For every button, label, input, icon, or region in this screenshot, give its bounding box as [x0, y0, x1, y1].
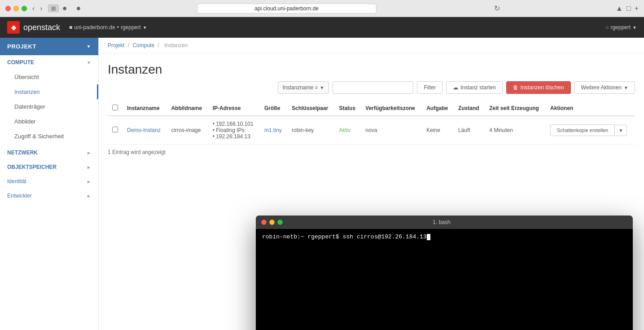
- sidebar-item-ubersicht[interactable]: Übersicht: [0, 70, 98, 84]
- action-button[interactable]: Schattenkopie erstellen: [550, 124, 615, 136]
- filter-input[interactable]: [333, 81, 413, 94]
- topbar: ◆ openstack ■ uni-paderborn.de • rgepper…: [0, 17, 644, 38]
- terminal-titlebar: 1. bash: [256, 216, 633, 229]
- cloud-icon: ☁: [453, 84, 458, 91]
- zugriff-label: Zugriff & Sicherheit: [14, 133, 64, 140]
- sidebar-objektspeicher-header[interactable]: OBJEKTSPEICHER ►: [0, 160, 98, 174]
- ip-floating: 192.26.184.13: [213, 133, 255, 140]
- project-username: rgeppert: [121, 24, 141, 31]
- sidebar-item-instanzen[interactable]: Instanzen: [0, 84, 98, 99]
- tab-list-button[interactable]: ▤: [48, 4, 59, 12]
- address-bar[interactable]: api.cloud.uni-paderborn.de: [197, 4, 377, 13]
- sidebar: Projekt ▼ COMPUTE ▼ Übersicht Instanzen …: [0, 38, 99, 330]
- breadcrumb: Projekt / Compute / Instanzen: [99, 38, 644, 53]
- identitat-label: Identität: [7, 178, 26, 185]
- new-tab-button[interactable]: □: [626, 4, 631, 13]
- terminal-window: 1. bash robin-netb:~ rgeppert$ ssh cirro…: [256, 216, 633, 330]
- instanz-link[interactable]: Demo-Instanz: [127, 127, 161, 133]
- entwickler-label: Entwickler: [7, 193, 32, 199]
- minimize-window-button[interactable]: [13, 6, 19, 11]
- window-traffic-lights: [5, 6, 27, 11]
- more-btn-label: Weitere Aktionen: [581, 84, 622, 91]
- breadcrumb-current: Instanzen: [164, 42, 188, 48]
- back-button[interactable]: ‹: [31, 4, 36, 13]
- terminal-close-button[interactable]: [261, 220, 267, 225]
- project-dropdown-icon: ▼: [143, 25, 147, 30]
- more-btn-arrow: ▼: [624, 85, 628, 90]
- row-zone: nova: [361, 116, 422, 145]
- terminal-prompt: robin-netb:~ rgeppert$ ssh cirros@192.26…: [262, 233, 427, 240]
- netzwerk-chevron-icon: ►: [87, 150, 91, 155]
- sidebar-item-datentrager[interactable]: Datenträger: [0, 99, 98, 114]
- sidebar-item-zugriff[interactable]: Zugriff & Sicherheit: [0, 129, 98, 144]
- status-badge: Aktiv: [339, 127, 350, 133]
- col-aufgabe: Aufgabe: [422, 101, 454, 116]
- reload-button[interactable]: ↻: [494, 4, 500, 13]
- col-status: Status: [334, 101, 361, 116]
- terminal-title: 1. bash: [433, 219, 450, 225]
- row-key: robin-key: [287, 116, 334, 145]
- sidebar-netzwerk-header[interactable]: NETZWERK ►: [0, 145, 98, 160]
- start-instanz-button[interactable]: ☁ Instanz starten: [446, 81, 503, 94]
- browser-actions: ▲ □ +: [616, 4, 639, 13]
- col-aktionen: Aktionen: [546, 101, 635, 116]
- topbar-project[interactable]: ■ uni-paderborn.de • rgeppert ▼: [69, 24, 147, 31]
- breadcrumb-compute[interactable]: Compute: [132, 42, 154, 48]
- terminal-minimize-button[interactable]: [269, 220, 275, 225]
- select-all-header: [108, 101, 123, 116]
- terminal-body[interactable]: robin-netb:~ rgeppert$ ssh cirros@192.26…: [256, 229, 633, 330]
- topbar-instance-icon: ■: [69, 24, 72, 31]
- row-checkbox[interactable]: [112, 127, 118, 132]
- terminal-maximize-button[interactable]: [277, 220, 283, 225]
- ip-primary: 192.168.10.101: [213, 121, 255, 127]
- filter-select-label: Instanzname =: [283, 84, 318, 91]
- more-actions-button[interactable]: Weitere Aktionen ▼: [574, 81, 635, 94]
- project-name: uni-paderborn.de: [74, 24, 115, 31]
- size-link[interactable]: m1.tiny: [264, 127, 282, 133]
- row-size: m1.tiny: [260, 116, 287, 145]
- sidebar-compute-header[interactable]: COMPUTE ▼: [0, 55, 98, 70]
- topbar-user[interactable]: ○ rgeppert ▼: [605, 24, 637, 31]
- netzwerk-label: NETZWERK: [7, 150, 38, 156]
- amazon-icon: ●: [62, 4, 67, 13]
- user-label: rgeppert: [610, 24, 631, 31]
- table-header-row: Instanzname Abbildname IP-Adresse Größe …: [108, 101, 635, 116]
- instanzen-table: Instanzname Abbildname IP-Adresse Größe …: [108, 101, 635, 145]
- breadcrumb-sep2: /: [158, 42, 159, 48]
- trash-icon: 🗑: [513, 84, 518, 91]
- forward-button[interactable]: ›: [38, 4, 44, 13]
- table-row: Demo-Instanz cirros-image 192.168.10.101…: [108, 116, 635, 145]
- filter-select-arrow: ▼: [320, 85, 324, 90]
- col-zustand: Zustand: [454, 101, 485, 116]
- col-verfugbarkeitszone: Verfügbarkeitszone: [361, 101, 422, 116]
- col-ip-adresse: IP-Adresse: [208, 101, 260, 116]
- logo: ◆ openstack: [7, 21, 60, 34]
- row-ip: 192.168.10.101 Floating IPs: 192.26.184.…: [208, 116, 260, 145]
- browser-chrome: ‹ › ▤ ● ● api.cloud.uni-paderborn.de ↻ ▲…: [0, 0, 644, 17]
- sidebar-projekt-arrow: ▼: [87, 44, 91, 49]
- breadcrumb-projekt[interactable]: Projekt: [108, 42, 124, 48]
- sidebar-item-identitat[interactable]: Identität ►: [0, 174, 98, 189]
- objektspeicher-chevron-icon: ►: [87, 165, 91, 170]
- share-button[interactable]: ▲: [616, 4, 623, 13]
- filter-select[interactable]: Instanzname = ▼: [278, 81, 329, 94]
- datentrager-label: Datenträger: [14, 103, 45, 110]
- ip-floating-label: Floating IPs:: [213, 127, 255, 133]
- filter-button[interactable]: Filter: [417, 81, 442, 94]
- col-abbildname: Abbildname: [166, 101, 208, 116]
- terminal-cursor: [427, 234, 430, 240]
- delete-instanzen-button[interactable]: 🗑 Instanzen löschen: [506, 81, 571, 94]
- row-state: Läuft: [454, 116, 485, 145]
- select-all-checkbox[interactable]: [112, 105, 118, 110]
- sidebar-item-entwickler[interactable]: Entwickler ►: [0, 189, 98, 203]
- col-zeit: Zeit seit Erzeugung: [485, 101, 546, 116]
- sidebar-item-abbilder[interactable]: Abbilder: [0, 114, 98, 129]
- close-window-button[interactable]: [5, 6, 11, 11]
- maximize-window-button[interactable]: [22, 6, 27, 11]
- row-instanzname: Demo-Instanz: [123, 116, 166, 145]
- sidebar-projekt-header[interactable]: Projekt ▼: [0, 38, 98, 55]
- add-tab-button[interactable]: +: [635, 4, 639, 13]
- action-dropdown-button[interactable]: ▼: [615, 125, 627, 136]
- user-icon: ○: [605, 24, 609, 31]
- page-title: Instanzen: [108, 62, 635, 77]
